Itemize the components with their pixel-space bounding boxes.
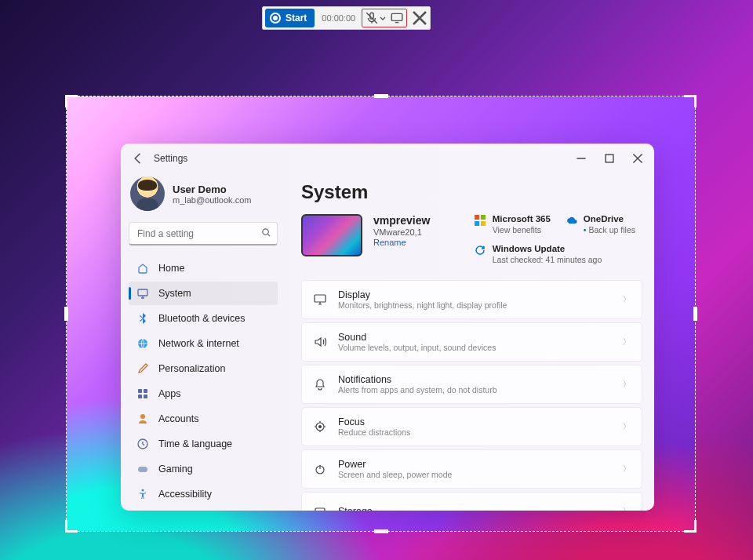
nav-label: Accounts (158, 413, 198, 424)
nav-item-privacy[interactable]: Privacy & security (129, 507, 278, 511)
chevron-right-icon: 〉 (623, 379, 631, 390)
notifications-icon (313, 377, 327, 391)
settings-list: DisplayMonitors, brightness, night light… (301, 280, 642, 511)
nav-label: Apps (158, 388, 181, 399)
nav-label: Home (158, 263, 184, 274)
sound-icon (313, 335, 327, 349)
link-update[interactable]: Windows UpdateLast checked: 41 minutes a… (474, 244, 642, 264)
nav-label: Accessibility (158, 489, 212, 500)
sidebar: User Demo m_lab@outlook.com HomeSystemBl… (121, 173, 286, 511)
quick-links: Microsoft 365View benefitsOneDriveBack u… (474, 214, 646, 264)
maximize-button[interactable] (604, 153, 615, 164)
nav-item-apps[interactable]: Apps (129, 382, 278, 405)
chevron-down-icon[interactable] (379, 11, 387, 25)
search-icon (261, 227, 271, 240)
svg-point-9 (140, 414, 145, 419)
update-icon (474, 244, 486, 256)
system-icon (136, 287, 149, 300)
link-sub: Last checked: 41 minutes ago (493, 255, 602, 264)
setting-title: Power (338, 459, 452, 470)
link-ms365[interactable]: Microsoft 365View benefits (474, 214, 551, 235)
user-account-row[interactable]: User Demo m_lab@outlook.com (129, 173, 278, 222)
storage-icon (313, 504, 327, 511)
nav-item-bluetooth[interactable]: Bluetooth & devices (129, 307, 278, 330)
resize-handle-br[interactable] (684, 520, 697, 533)
nav-label: Personalization (158, 363, 225, 374)
record-start-label: Start (286, 13, 307, 24)
svg-rect-17 (315, 295, 326, 302)
accounts-icon (136, 413, 149, 425)
home-icon (136, 262, 149, 275)
link-onedrive[interactable]: OneDriveBack up files (565, 214, 642, 235)
resize-handle-bl[interactable] (65, 520, 78, 533)
svg-point-3 (263, 229, 268, 235)
setting-power[interactable]: PowerScreen and sleep, power mode〉 (301, 449, 642, 489)
accessibility-icon (136, 488, 149, 500)
device-model: VMware20,1 (373, 227, 430, 237)
power-icon (313, 462, 327, 476)
nav-item-home[interactable]: Home (129, 256, 278, 280)
nav-list: HomeSystemBluetooth & devicesNetwork & i… (129, 256, 278, 511)
setting-display[interactable]: DisplayMonitors, brightness, night light… (301, 280, 642, 319)
mic-muted-icon[interactable] (365, 11, 379, 25)
search-input[interactable] (129, 222, 278, 245)
setting-title: Notifications (338, 374, 497, 385)
recorder-close-button[interactable] (410, 9, 429, 27)
device-name: vmpreview (373, 214, 430, 227)
svg-point-19 (319, 425, 322, 427)
setting-sub: Volume levels, output, input, sound devi… (338, 343, 496, 352)
setting-title: Focus (338, 416, 410, 427)
resize-handle-tr[interactable] (684, 95, 697, 107)
resize-handle-t[interactable] (374, 94, 388, 98)
nav-item-system[interactable]: System (129, 282, 278, 305)
resize-handle-l[interactable] (64, 307, 68, 321)
close-button[interactable] (632, 153, 643, 164)
chevron-right-icon: 〉 (623, 506, 631, 511)
nav-item-personalization[interactable]: Personalization (129, 357, 278, 380)
link-title: Microsoft 365 (493, 214, 551, 225)
svg-rect-1 (391, 13, 402, 20)
device-hero: vmpreview VMware20,1 Rename Microsoft 36… (301, 214, 646, 264)
svg-rect-5 (138, 389, 142, 393)
time-icon (136, 438, 149, 450)
chevron-right-icon: 〉 (623, 294, 631, 305)
setting-title: Storage (338, 506, 373, 511)
resize-handle-r[interactable] (693, 307, 697, 321)
setting-storage[interactable]: Storage〉 (301, 492, 642, 511)
record-start-button[interactable]: Start (265, 9, 315, 27)
svg-rect-7 (138, 395, 142, 398)
link-title: OneDrive (584, 214, 635, 225)
setting-title: Sound (338, 332, 496, 343)
setting-sub: Screen and sleep, power mode (338, 470, 452, 479)
monitor-icon[interactable] (390, 11, 404, 25)
minimize-button[interactable] (576, 153, 587, 164)
gaming-icon (136, 463, 149, 475)
avatar (130, 176, 165, 211)
svg-rect-2 (606, 155, 613, 162)
titlebar: Settings (121, 144, 654, 173)
nav-item-time[interactable]: Time & language (129, 432, 278, 456)
back-button[interactable] (130, 151, 146, 166)
device-thumbnail (301, 214, 362, 256)
nav-label: Gaming (158, 464, 193, 475)
apps-icon (136, 387, 149, 400)
link-sub: View benefits (493, 225, 551, 235)
setting-title: Display (338, 289, 507, 300)
resize-handle-b[interactable] (374, 529, 388, 533)
nav-item-accessibility[interactable]: Accessibility (129, 482, 278, 506)
setting-sound[interactable]: SoundVolume levels, output, input, sound… (301, 322, 642, 362)
nav-item-gaming[interactable]: Gaming (129, 457, 278, 481)
chevron-right-icon: 〉 (623, 336, 631, 347)
chevron-right-icon: 〉 (623, 464, 631, 475)
setting-sub: Monitors, brightness, night light, displ… (338, 300, 507, 310)
resize-handle-tl[interactable] (65, 95, 78, 107)
setting-notifications[interactable]: NotificationsAlerts from apps and system… (301, 365, 642, 404)
settings-window: Settings User Demo m_lab@outlook.com Ho (121, 144, 654, 511)
link-sub: Back up files (584, 225, 635, 235)
device-rename-link[interactable]: Rename (373, 238, 430, 247)
record-timer: 00:00:00 (317, 13, 360, 23)
nav-item-accounts[interactable]: Accounts (129, 407, 278, 431)
display-icon (313, 293, 327, 307)
setting-focus[interactable]: FocusReduce distractions〉 (301, 407, 642, 446)
nav-item-network[interactable]: Network & internet (129, 332, 278, 355)
